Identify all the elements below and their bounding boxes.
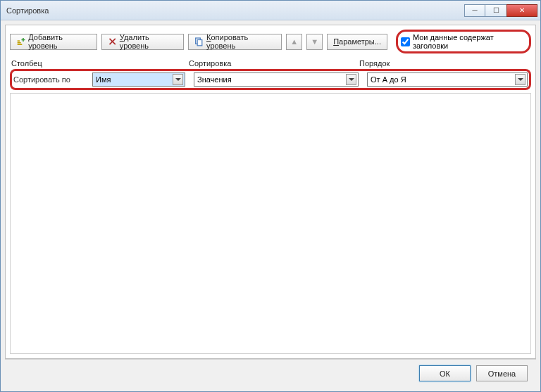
svg-rect-0 [18, 40, 20, 42]
chevron-down-icon [515, 74, 526, 85]
ok-label: ОК [440, 369, 450, 378]
maximize-button[interactable]: ☐ [485, 4, 506, 17]
cancel-button[interactable]: Отмена [476, 365, 528, 381]
levels-list-area [10, 93, 531, 354]
headers-checkbox[interactable] [401, 37, 410, 46]
close-button[interactable]: ✕ [506, 4, 537, 17]
dialog-footer: ОК Отмена [5, 359, 536, 387]
column-headers: Столбец Сортировка Порядок [10, 59, 531, 68]
toolbar: Добавить уровень Удалить уровень Копиров… [10, 30, 531, 53]
sort-by-label: Сортировать по [13, 75, 89, 84]
svg-rect-1 [18, 42, 21, 44]
sort-level-row: Сортировать по Имя Значения От А до Я [10, 69, 531, 90]
sort-dialog: Сортировка ─ ☐ ✕ Добавить уровень [0, 0, 541, 392]
headers-checkbox-wrap[interactable]: Мои данные содержат заголовки [396, 30, 531, 53]
chevron-up-icon: ▲ [290, 37, 298, 46]
header-column: Столбец [11, 59, 189, 68]
window-title: Сортировка [6, 6, 49, 15]
dialog-body: Добавить уровень Удалить уровень Копиров… [5, 25, 536, 359]
sort-on-value: Значения [197, 75, 346, 84]
order-combobox[interactable]: От А до Я [367, 72, 528, 87]
ok-button[interactable]: ОК [419, 365, 471, 381]
chevron-down-icon [173, 74, 183, 85]
titlebar: Сортировка ─ ☐ ✕ [1, 1, 540, 20]
svg-rect-2 [18, 44, 23, 45]
minimize-button[interactable]: ─ [464, 4, 485, 17]
move-up-button[interactable]: ▲ [286, 34, 302, 50]
add-level-button[interactable]: Добавить уровень [10, 34, 97, 50]
delete-level-button[interactable]: Удалить уровень [101, 34, 184, 50]
options-label: Параметры... [333, 37, 381, 46]
move-down-button[interactable]: ▼ [306, 34, 323, 50]
svg-rect-4 [197, 40, 202, 46]
copy-level-label: Копировать уровень [206, 33, 275, 50]
column-value: Имя [96, 75, 173, 84]
sort-on-combobox[interactable]: Значения [194, 72, 359, 87]
header-order: Порядок [359, 59, 530, 68]
headers-checkbox-label: Мои данные содержат заголовки [413, 33, 525, 50]
chevron-down-icon [346, 74, 356, 85]
add-level-icon [16, 37, 25, 46]
delete-icon [108, 37, 117, 46]
window-buttons: ─ ☐ ✕ [464, 4, 537, 17]
options-button[interactable]: Параметры... [327, 34, 387, 50]
copy-level-button[interactable]: Копировать уровень [188, 34, 282, 50]
order-value: От А до Я [371, 75, 515, 84]
cancel-label: Отмена [488, 369, 516, 378]
header-sort: Сортировка [189, 59, 359, 68]
copy-icon [194, 37, 204, 46]
column-combobox[interactable]: Имя [92, 72, 185, 87]
chevron-down-icon: ▼ [311, 37, 318, 46]
delete-level-label: Удалить уровень [120, 33, 178, 50]
add-level-label: Добавить уровень [28, 33, 90, 50]
